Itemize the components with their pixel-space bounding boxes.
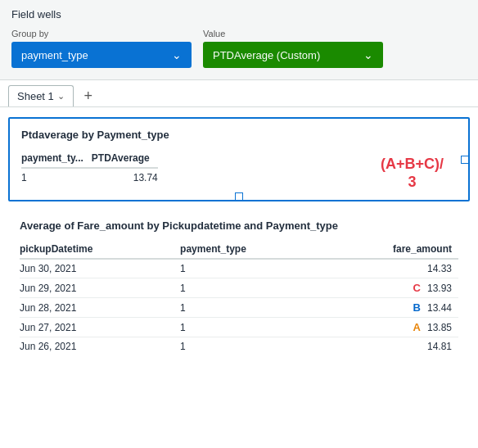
letter-badge-icon: B [413, 301, 421, 314]
bottom-cell-date: Jun 28, 2021 [20, 298, 180, 318]
field-wells-title: Field wells [11, 8, 467, 20]
table-row: Jun 29, 20211C13.93 [20, 278, 458, 298]
bottom-cell-payment-type: 1 [180, 278, 327, 298]
resize-handle-bottom[interactable] [235, 192, 243, 201]
bottom-cell-amount: 14.33 [327, 259, 458, 278]
sheet-tab-1[interactable]: Sheet 1 ⌄ [8, 85, 74, 106]
table-row: Jun 26, 2021114.81 [20, 337, 458, 356]
value-chevron-icon: ⌄ [363, 48, 373, 61]
top-chart-cell-payment: 1 [21, 168, 92, 187]
bottom-chart-widget: Average of Fare_amount by Pickupdatetime… [8, 210, 470, 364]
value-well: Value PTDAverage (Custom) ⌄ [203, 29, 383, 68]
table-row: Jun 30, 2021114.33 [20, 259, 458, 278]
letter-badge-icon: C [413, 282, 421, 294]
bottom-cell-payment-type: 1 [180, 298, 327, 318]
top-chart-table: payment_ty... PTDAverage 1 13.74 [21, 149, 158, 187]
bottom-cell-amount: A13.85 [327, 318, 458, 337]
bottom-col-3: fare_amount [327, 240, 458, 259]
bottom-cell-payment-type: 1 [180, 318, 327, 337]
main-content: Ptdaverage by Payment_type payment_ty...… [0, 117, 478, 364]
value-value: PTDAverage (Custom) [213, 49, 320, 61]
bottom-chart-title: Average of Fare_amount by Pickupdatetime… [20, 219, 458, 232]
group-by-label: Group by [11, 29, 192, 38]
top-chart-title: Ptdaverage by Payment_type [21, 129, 457, 141]
bottom-col-1: pickupDatetime [20, 240, 180, 259]
bottom-col-2: payment_type [180, 240, 327, 259]
bottom-chart-table: pickupDatetime payment_type fare_amount … [20, 240, 458, 355]
top-chart-cell-ptdaverage: 13.74 [92, 168, 158, 187]
top-chart-col-2: PTDAverage [92, 149, 158, 168]
group-by-chevron-icon: ⌄ [172, 48, 182, 61]
value-dropdown[interactable]: PTDAverage (Custom) ⌄ [203, 42, 383, 68]
bottom-cell-payment-type: 1 [180, 259, 327, 278]
sheet-tab-label: Sheet 1 [17, 90, 54, 102]
table-row: Jun 28, 20211B13.44 [20, 298, 458, 318]
letter-badge-icon: A [413, 321, 421, 333]
bottom-cell-amount: B13.44 [327, 298, 458, 318]
sheet-tab-chevron-icon: ⌄ [57, 91, 65, 102]
top-chart-col-1: payment_ty... [21, 149, 92, 168]
amount-value: 13.93 [427, 283, 452, 294]
amount-value: 13.44 [427, 302, 452, 314]
bottom-cell-date: Jun 26, 2021 [20, 337, 180, 356]
field-wells-row: Group by payment_type ⌄ Value PTDAverage… [11, 29, 467, 68]
group-by-value: payment_type [21, 49, 88, 61]
amount-value: 14.81 [427, 341, 452, 352]
table-row: Jun 27, 20211A13.85 [20, 318, 458, 337]
bottom-cell-payment-type: 1 [180, 337, 327, 356]
bottom-cell-date: Jun 29, 2021 [20, 278, 180, 298]
group-by-dropdown[interactable]: payment_type ⌄ [11, 42, 192, 68]
top-chart-widget: Ptdaverage by Payment_type payment_ty...… [8, 117, 470, 201]
add-sheet-button[interactable]: + [79, 86, 98, 106]
table-row: 1 13.74 [21, 168, 158, 187]
bottom-cell-amount: 14.81 [327, 337, 458, 356]
value-label: Value [203, 29, 383, 38]
sheet-tabs-bar: Sheet 1 ⌄ + [0, 80, 478, 107]
group-by-well: Group by payment_type ⌄ [11, 29, 192, 68]
bottom-cell-amount: C13.93 [327, 278, 458, 298]
field-wells-panel: Field wells Group by payment_type ⌄ Valu… [0, 0, 478, 80]
resize-handle-right[interactable] [461, 156, 469, 164]
formula-annotation: (A+B+C)/3 [381, 156, 444, 191]
bottom-cell-date: Jun 30, 2021 [20, 259, 180, 278]
bottom-cell-date: Jun 27, 2021 [20, 318, 180, 337]
amount-value: 13.85 [427, 322, 452, 333]
amount-value: 14.33 [427, 263, 452, 274]
